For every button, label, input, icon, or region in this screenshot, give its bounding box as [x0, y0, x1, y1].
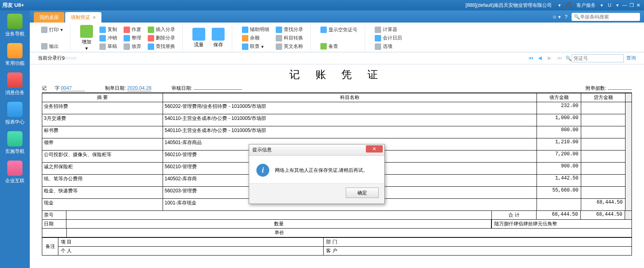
cell-summary[interactable]: 公司投影仪、摄像头、保险柜等: [42, 150, 163, 163]
last-icon[interactable]: ⏭: [557, 55, 564, 62]
table-row[interactable]: 标书费540110-主营业务成本/办公费 - 1010005/市场部800.00: [42, 126, 632, 138]
dialog-titlebar[interactable]: 提示信息 ✕: [249, 144, 384, 156]
note-button[interactable]: 备查: [319, 43, 359, 50]
sidebar-item-messages[interactable]: 消息任务: [3, 72, 27, 96]
next-icon[interactable]: ▶: [548, 55, 554, 62]
make-date[interactable]: 2020.04.28: [127, 85, 151, 91]
cell-debit[interactable]: 1,000.00: [537, 114, 581, 126]
voucher-number[interactable]: 0047: [61, 85, 85, 91]
cell-debit[interactable]: 1,442.50: [537, 175, 581, 187]
delete-entry-button[interactable]: 删除分录: [146, 34, 177, 42]
tab-voucher[interactable]: 填制凭证✕: [65, 12, 101, 23]
close-icon[interactable]: ✕: [93, 15, 96, 20]
subject-convert-button[interactable]: 科目转换: [274, 34, 305, 42]
note-icon: [320, 43, 327, 49]
dropdown-icon[interactable]: ▾: [601, 2, 603, 8]
find-icon: [148, 43, 154, 50]
barcode-search[interactable]: 🔍: [572, 13, 640, 21]
maximize-icon[interactable]: ❐: [630, 2, 634, 8]
cell-debit[interactable]: 800.00: [537, 126, 581, 138]
flow-button[interactable]: 流量: [189, 28, 208, 48]
minimize-icon[interactable]: —: [622, 2, 627, 8]
attach-count[interactable]: [608, 89, 632, 90]
cell-credit[interactable]: [581, 102, 625, 114]
arrange-button[interactable]: 整理: [122, 34, 143, 42]
sidebar-item-implement[interactable]: 实施导航: [3, 131, 27, 155]
cell-credit[interactable]: [581, 187, 625, 199]
cell-summary[interactable]: 租金、快递费等: [42, 187, 163, 199]
search-entry-button[interactable]: 查找分录: [274, 26, 305, 33]
sidebar-item-favorites[interactable]: 常用功能: [3, 43, 27, 67]
show-empty-button[interactable]: 显示空凭证号: [319, 26, 359, 34]
cell-credit[interactable]: [581, 126, 625, 138]
headset-icon[interactable]: 🎧: [566, 2, 572, 8]
sidebar-item-reports[interactable]: 报表中心: [3, 102, 27, 126]
cell-subject[interactable]: 540110-主营业务成本/办公费 - 1010005/市场部: [163, 114, 537, 126]
cell-summary[interactable]: 标书费: [42, 126, 163, 138]
cell-summary[interactable]: 诚之邦保险柜: [42, 163, 163, 175]
cell-credit[interactable]: [581, 138, 625, 150]
cell-subject[interactable]: 560202-管理费用/业务招待费 - 1010005/市场部: [163, 102, 537, 114]
cell-summary[interactable]: 业务招待费: [42, 102, 163, 114]
abandon-button[interactable]: 放弃: [122, 43, 143, 50]
options-button[interactable]: 选项: [373, 43, 404, 50]
export-button[interactable]: 输出: [39, 43, 64, 50]
tab-desktop[interactable]: 我的桌面: [34, 12, 64, 23]
cell-credit[interactable]: [581, 150, 625, 163]
col-subject: 科目名称: [163, 93, 537, 102]
cell-subject[interactable]: 540110-主营业务成本/办公费 - 1010005/市场部: [163, 126, 537, 138]
help-icon[interactable]: ?: [565, 14, 568, 20]
cell-summary[interactable]: 3月交通费: [42, 114, 163, 126]
invalid-button[interactable]: 作废: [122, 26, 143, 33]
dropdown-icon[interactable]: ▾: [558, 2, 561, 8]
close-icon[interactable]: ✕: [636, 2, 640, 8]
search-icon: 🔍: [574, 14, 580, 20]
cell-debit[interactable]: 232.00: [537, 102, 581, 114]
ok-button[interactable]: 确定: [346, 188, 379, 198]
calc-button[interactable]: 计算器: [373, 26, 404, 33]
cell-credit[interactable]: 68,444.50: [581, 199, 625, 211]
lang-icon: [276, 43, 282, 50]
cell-credit[interactable]: [581, 163, 625, 175]
add-button[interactable]: 增加 ▾: [77, 25, 96, 51]
sidebar-item-biznav[interactable]: 业务导航: [3, 14, 27, 37]
save-button[interactable]: 保存: [208, 28, 228, 48]
voucher-no-input[interactable]: [572, 54, 624, 62]
close-icon[interactable]: ✕: [366, 145, 383, 153]
first-icon[interactable]: ⏮: [528, 55, 535, 62]
find-replace-button[interactable]: 查找替换: [146, 43, 177, 50]
arrange-icon: [124, 35, 130, 41]
insert-entry-button[interactable]: 插入分录: [146, 26, 177, 33]
info-dialog: 提示信息 ✕ i 网络上有其他人正在保存凭证,请稍后再试。 确定: [249, 144, 385, 204]
query-link[interactable]: 查询: [626, 55, 636, 62]
link-check-button[interactable]: 联查 ▾: [240, 43, 271, 50]
table-row[interactable]: 业务招待费560202-管理费用/业务招待费 - 1010005/市场部232.…: [42, 102, 632, 114]
cell-debit[interactable]: 7,200.00: [537, 150, 581, 163]
customer-service[interactable]: 客户服务: [576, 2, 596, 9]
offset-button[interactable]: 冲销: [98, 34, 119, 42]
cell-summary[interactable]: 现金: [42, 199, 163, 211]
u-logo[interactable]: U: [608, 2, 611, 8]
dropdown-icon[interactable]: ▾: [616, 2, 619, 8]
search-input[interactable]: [580, 14, 638, 20]
scrollbar[interactable]: [625, 102, 632, 211]
smile-icon[interactable]: ☺ ▾: [552, 14, 561, 20]
cell-credit[interactable]: [581, 175, 625, 187]
cell-debit[interactable]: 900.00: [537, 163, 581, 175]
cell-debit[interactable]: [537, 199, 581, 211]
cell-summary[interactable]: 领带: [42, 138, 163, 150]
cell-credit[interactable]: [581, 114, 625, 126]
cell-summary[interactable]: 纸、笔等办公费用: [42, 175, 163, 187]
balance-button[interactable]: 余额: [240, 34, 271, 42]
cell-debit[interactable]: 1,210.00: [537, 138, 581, 150]
copy-button[interactable]: 复制: [98, 26, 119, 33]
aux-detail-button[interactable]: 辅助明细: [240, 26, 271, 33]
print-button[interactable]: 打印 ▾: [39, 26, 64, 34]
cell-debit[interactable]: 55,660.00: [537, 187, 581, 199]
calendar-button[interactable]: 会计日历: [373, 34, 404, 42]
en-name-button[interactable]: 英文名称: [274, 43, 305, 50]
sidebar-item-enterprise[interactable]: 企业互联: [3, 161, 27, 184]
prev-icon[interactable]: ◀: [538, 55, 545, 62]
table-row[interactable]: 3月交通费540110-主营业务成本/办公费 - 1010005/市场部1,00…: [42, 114, 632, 126]
draft-button[interactable]: 草稿: [98, 43, 119, 50]
